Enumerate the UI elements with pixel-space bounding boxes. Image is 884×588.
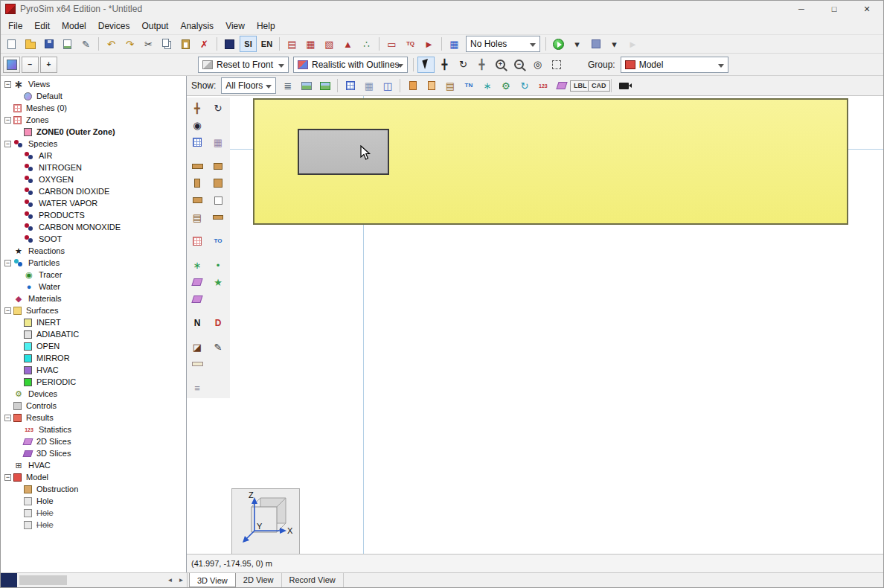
tree-item-hvac[interactable]: HVAC xyxy=(1,364,186,376)
paint-surface-tool[interactable]: ◪ xyxy=(188,339,206,355)
tree-item-soot[interactable]: SOOT xyxy=(1,233,186,245)
group-select-button[interactable] xyxy=(221,36,238,52)
zoom-out-button[interactable]: − xyxy=(510,57,528,73)
run-simulation-button[interactable] xyxy=(550,36,567,52)
boundary-slice-tool[interactable] xyxy=(188,291,206,307)
reset-view-combo[interactable]: Reset to Front xyxy=(198,57,289,73)
tree-item-hole[interactable]: Hole xyxy=(1,519,186,531)
record-view-button[interactable] xyxy=(615,77,632,94)
tree-item-statistics[interactable]: 123Statistics xyxy=(1,424,186,435)
floor-levels-button[interactable]: ≣ xyxy=(279,77,296,94)
hole-tool[interactable] xyxy=(209,192,227,208)
edit-zones-button[interactable]: ▧ xyxy=(321,36,338,52)
expand-toggle[interactable]: − xyxy=(4,81,11,88)
tree-item-periodic[interactable]: PERIODIC xyxy=(1,376,186,388)
labels-toggle[interactable]: LBL xyxy=(571,77,589,94)
import-background-button[interactable] xyxy=(316,77,333,94)
menu-edit[interactable]: Edit xyxy=(28,19,56,33)
3d-viewport[interactable]: ╋↻◉▦▤TO∗•★ND◪✎≡ xyxy=(187,96,883,554)
workspace-view-button[interactable] xyxy=(3,57,20,73)
show-boundaries-toggle[interactable]: ◫ xyxy=(379,77,396,94)
tree-item-default[interactable]: Default xyxy=(1,90,186,102)
path-tool-button[interactable]: ► xyxy=(420,36,438,52)
undo-button[interactable]: ↶ xyxy=(103,36,120,52)
show-mesh-grid-toggle[interactable]: ▦ xyxy=(360,77,377,94)
tree-item-surfaces[interactable]: −Surfaces xyxy=(1,304,186,316)
show-notes-toggle[interactable]: ▤ xyxy=(441,77,458,94)
tree-item-water-vapor[interactable]: WATER VAPOR xyxy=(1,197,186,209)
redo-button[interactable]: ↷ xyxy=(121,36,138,52)
normal-mode-button[interactable]: N xyxy=(188,315,206,331)
run-options-caret[interactable]: ▾ xyxy=(568,36,586,52)
roam-view-button[interactable]: ╋ xyxy=(473,57,490,73)
import-model-button[interactable] xyxy=(59,36,76,52)
scroll-left-button[interactable]: ◄ xyxy=(164,575,176,587)
menu-output[interactable]: Output xyxy=(135,19,174,33)
tree-item-reactions[interactable]: ★Reactions xyxy=(1,245,186,257)
expand-toggle[interactable]: − xyxy=(4,474,11,481)
wall-tool[interactable] xyxy=(188,175,206,191)
zoom-extents-button[interactable] xyxy=(548,57,565,73)
background-image-button[interactable] xyxy=(298,77,315,94)
show-slices-toggle[interactable] xyxy=(553,77,570,94)
zoom-in-button[interactable]: + xyxy=(492,57,509,73)
delete-button[interactable]: ✗ xyxy=(196,36,213,52)
tree-item-materials[interactable]: ◆Materials xyxy=(1,293,186,304)
tab-record-view[interactable]: Record View xyxy=(282,573,344,587)
show-obstructions-toggle[interactable] xyxy=(404,77,421,94)
menu-devices[interactable]: Devices xyxy=(92,19,136,33)
measure-tool-button[interactable]: ▭ xyxy=(383,36,400,52)
tree-item-mirror[interactable]: MIRROR xyxy=(1,352,186,364)
tree-item-zones[interactable]: −Zones xyxy=(1,114,186,126)
collapse-all-button[interactable]: − xyxy=(22,57,39,73)
obstruction-block[interactable] xyxy=(298,129,389,175)
minimize-button[interactable]: ─ xyxy=(785,1,818,17)
results-options-caret[interactable]: ▾ xyxy=(606,36,623,52)
tree-item-hole[interactable]: Hole xyxy=(1,507,186,519)
eyedropper-tool[interactable]: ✎ xyxy=(209,339,227,355)
menu-view[interactable]: View xyxy=(220,19,251,33)
tree-item-model[interactable]: −Model xyxy=(1,471,186,483)
copy-button[interactable] xyxy=(158,36,176,52)
orbit-mode-tool[interactable]: ◉ xyxy=(188,117,206,133)
grid-snap-tool[interactable]: ▦ xyxy=(209,134,227,150)
tree-item-zone0-outer-zone[interactable]: ZONE0 (Outer Zone) xyxy=(1,126,186,138)
zoom-box-button[interactable]: ◎ xyxy=(529,57,546,73)
cad-toggle[interactable]: CAD xyxy=(590,77,607,94)
save-file-button[interactable] xyxy=(40,36,57,52)
menu-model[interactable]: Model xyxy=(56,19,92,33)
show-holes-toggle[interactable] xyxy=(423,77,440,94)
slab-tool[interactable] xyxy=(188,158,206,174)
show-stats-toggle[interactable]: 123 xyxy=(534,77,551,94)
floors-combo[interactable]: All Floors xyxy=(221,77,276,94)
menu-file[interactable]: File xyxy=(2,19,28,33)
move-mode-tool[interactable]: ╋ xyxy=(188,100,206,116)
show-meshes-toggle[interactable] xyxy=(342,77,359,94)
waypoint-button[interactable]: ▲ xyxy=(339,36,356,52)
export-model-button[interactable]: ✎ xyxy=(77,36,95,52)
maximize-button[interactable]: □ xyxy=(818,1,851,17)
tree-item-air[interactable]: AIR xyxy=(1,150,186,162)
si-units-toggle[interactable]: SI xyxy=(240,36,257,52)
group-combo[interactable]: Model xyxy=(621,57,728,73)
tree-item-water[interactable]: ●Water xyxy=(1,281,186,293)
tree-item-open[interactable]: OPEN xyxy=(1,340,186,352)
orbit-view-button[interactable]: ↻ xyxy=(455,57,472,73)
tree-item-adiabatic[interactable]: ADIABATIC xyxy=(1,328,186,340)
tab-3d-view[interactable]: 3D View xyxy=(189,573,236,587)
sprinkler-tool[interactable]: ∗ xyxy=(188,257,206,273)
device-tool[interactable]: ★ xyxy=(209,274,227,290)
scroll-right-button[interactable]: ► xyxy=(176,575,187,587)
holes-visibility-button[interactable]: ▦ xyxy=(446,36,463,52)
render-mode-combo[interactable]: Realistic with Outlines xyxy=(293,57,408,73)
tree-item-2d-slices[interactable]: 2D Slices xyxy=(1,435,186,447)
edit-species-button[interactable]: ∴ xyxy=(358,36,375,52)
tree-item-hvac[interactable]: ⊞HVAC xyxy=(1,459,186,471)
expand-toggle[interactable]: − xyxy=(4,117,11,124)
open-file-button[interactable] xyxy=(22,36,39,52)
show-names-toggle[interactable]: TN xyxy=(460,77,477,94)
tree-item-carbon-dioxide[interactable]: CARBON DIOXIDE xyxy=(1,185,186,197)
tree-item-nitrogen[interactable]: NITROGEN xyxy=(1,162,186,173)
dimension-tool[interactable]: ≡ xyxy=(188,380,206,396)
tree-item-obstruction[interactable]: Obstruction xyxy=(1,483,186,495)
